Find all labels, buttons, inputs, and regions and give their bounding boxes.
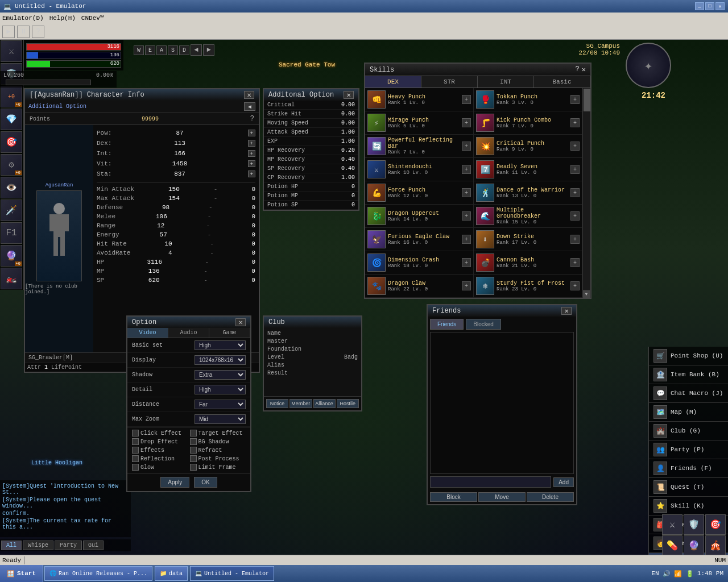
chat-tab-party[interactable]: Party [55,541,82,550]
action-icon-2[interactable]: 🛡️ [684,514,704,535]
refract-check[interactable]: Refract [190,447,246,454]
pow-add-button[interactable]: + [248,130,255,136]
tab-str[interactable]: STR [421,76,478,88]
skills-close-button[interactable]: ✕ [582,65,586,74]
side-icon-3[interactable]: +0 +0 [1,86,22,107]
window-controls[interactable]: _ □ ✕ [695,2,725,10]
tab-int[interactable]: INT [478,76,534,88]
shintendouchi-add[interactable]: + [462,165,471,174]
blocked-tab[interactable]: Blocked [466,319,501,330]
effects-check[interactable]: Effects [132,447,188,454]
side-icon-9[interactable]: F1 [1,222,22,244]
action-icon-3[interactable]: 🎯 [705,514,726,535]
limit-frame-checkbox[interactable] [190,464,197,471]
club-buttons[interactable]: Notice Member Alliance Hostile [264,396,361,410]
friends-close-button[interactable]: ✕ [561,307,572,315]
chat-tab-whispe[interactable]: Whispe [23,541,53,550]
map-button[interactable]: 🗺️ Map (M) [649,403,728,422]
dragon-claw-add[interactable]: + [462,281,471,290]
reflection-checkbox[interactable] [132,455,139,462]
block-button[interactable]: Block [430,492,477,502]
hostile-button[interactable]: Hostile [337,399,359,408]
glow-check[interactable]: Glow [132,464,188,471]
taskbar-emulator[interactable]: 💻 Untitled - Emulator [190,566,274,581]
target-effect-check[interactable]: Target Effect [190,430,246,436]
tab-game[interactable]: Game [209,328,250,338]
max-zoom-select[interactable]: MidFarNear [195,414,246,424]
action-icon-5[interactable]: 🔮 [684,535,704,556]
skills-tabs[interactable]: DEX STR INT Basic [365,76,590,88]
tokkan-punch-add[interactable]: + [570,95,580,104]
side-icon-4[interactable]: 💎 [1,109,22,130]
maximize-button[interactable]: □ [705,2,714,10]
powerful-reflecting-add[interactable]: + [462,142,471,151]
pause-button[interactable]: ⏸ [17,26,30,38]
furious-eagle-add[interactable]: + [462,235,471,244]
ok-button[interactable]: OK [194,477,217,488]
glow-checkbox[interactable] [132,464,139,471]
tab-video[interactable]: Video [127,328,168,338]
menu-emulator[interactable]: Emulator(D) [2,15,44,22]
friends-footer[interactable]: Block Move Delete [428,490,576,504]
sta-add-button[interactable]: + [248,171,255,177]
friends-search-input[interactable] [430,476,551,488]
limit-frame-check[interactable]: Limit Frame [190,464,246,471]
post-process-check[interactable]: Post Process [190,455,246,462]
bg-shadow-check[interactable]: BG Shadow [190,438,246,445]
dex-add-button[interactable]: + [248,140,255,147]
move-button[interactable]: Move [478,492,526,502]
friends-tab[interactable]: Friends [430,319,464,330]
shadow-select[interactable]: ExtraHighOff [195,370,246,380]
action-icon-1[interactable]: ⚔️ [662,514,682,535]
basic-set-select[interactable]: HighMediumLow [195,340,246,350]
dragon-uppercut-add[interactable]: + [462,211,471,221]
member-button[interactable]: Member [289,399,312,408]
item-bank-button[interactable]: 🏦 Item Bank (B) [649,365,728,384]
effects-checkbox[interactable] [132,447,139,454]
force-punch-add[interactable]: + [462,188,471,197]
sturdy-fist-add[interactable]: + [570,281,580,290]
help-toolbar-button[interactable]: ? [32,26,44,38]
side-icon-5[interactable]: 🎯 [1,131,22,153]
skills-scroll-thumb[interactable] [584,89,590,111]
dimension-crash-add[interactable]: + [462,258,471,267]
option-close-button[interactable]: ✕ [235,318,246,326]
mirage-punch-add[interactable]: + [462,118,471,127]
char-panel-close[interactable]: ✕ [244,91,254,99]
side-icon-1[interactable]: ⚔️ [1,40,22,62]
party-button[interactable]: 👥 Party (P) [649,440,728,459]
option-tabs[interactable]: Video Audio Game [127,328,250,338]
target-effect-checkbox[interactable] [190,430,197,436]
cannon-bash-add[interactable]: + [570,258,580,267]
refract-checkbox[interactable] [190,447,197,454]
notice-button[interactable]: Notice [266,399,288,408]
action-icon-6[interactable]: 🎪 [705,535,726,556]
delete-button[interactable]: Delete [527,492,574,502]
club-button[interactable]: 🏰 Club (G) [649,422,728,440]
skills-help-icon[interactable]: ? [576,65,580,74]
action-icon-4[interactable]: 💊 [662,535,682,556]
heavy-punch-add[interactable]: + [462,95,471,104]
deadly-seven-add[interactable]: + [570,165,580,174]
click-effect-check[interactable]: Click Effect [132,430,188,436]
alliance-button[interactable]: Alliance [313,399,336,408]
critical-punch-add[interactable]: + [570,142,580,151]
add-friend-button[interactable]: Add [553,477,574,487]
taskbar-ran-online[interactable]: 🌐 Ran Online Releases - P... [44,566,152,581]
chat-macro-button[interactable]: 💬 Chat Macro (J) [649,384,728,403]
down-strike-add[interactable]: + [570,235,580,244]
post-process-checkbox[interactable] [190,455,197,462]
point-shop-button[interactable]: 🛒 Point Shop (U) [649,347,728,365]
bg-shadow-checkbox[interactable] [190,438,197,445]
side-icon-11[interactable]: 🏍️ [1,268,22,289]
taskbar-data[interactable]: 📁 data [155,566,188,581]
side-icon-7[interactable]: 👁️ [1,177,22,198]
chat-tab-all[interactable]: All [1,541,22,550]
skills-scrollbar[interactable]: ▼ [582,88,590,298]
vit-add-button[interactable]: + [248,160,255,167]
start-button[interactable]: 🪟 Start [0,565,43,582]
friends-tabs[interactable]: Friends Blocked [428,317,576,332]
side-icon-10[interactable]: +0🔮 [1,245,22,267]
skills-scroll-down[interactable]: ▼ [583,290,590,298]
reflection-check[interactable]: Reflection [132,455,188,462]
